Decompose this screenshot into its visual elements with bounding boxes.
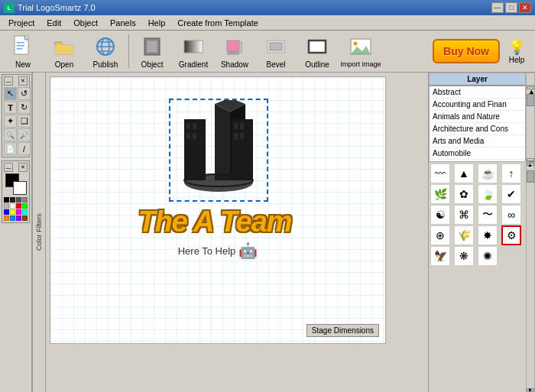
symbol-scroll-down[interactable]: ▼ <box>527 388 534 391</box>
symbol-cell[interactable]: 🌿 <box>430 184 450 204</box>
color-filters-panel[interactable]: Color Filters <box>32 73 46 392</box>
menu-panels[interactable]: Panels <box>104 17 142 29</box>
symbol-grid: 〰▲☕↑🌿✿🍃✔☯⌘〜∞⊕🌾✸⚙🦅❋✺ <box>430 164 524 266</box>
rotate-tool[interactable]: ↺ <box>18 87 31 100</box>
background-color[interactable] <box>13 181 27 195</box>
new-doc-tool[interactable]: 📄 <box>4 142 17 155</box>
symbol-cell[interactable]: ☯ <box>430 205 450 225</box>
import-image-button[interactable]: Import Image <box>339 32 383 70</box>
symbol-cell[interactable]: 🦅 <box>430 246 450 266</box>
logo-main-text[interactable]: The A Team <box>138 206 291 238</box>
select-tool[interactable]: ↖ <box>4 87 17 100</box>
color-panel-close[interactable]: ✕ <box>18 163 28 172</box>
symbol-cell[interactable]: ✺ <box>478 246 498 266</box>
right-scroll-top[interactable] <box>526 73 535 86</box>
symbol-cell[interactable]: ✿ <box>454 184 474 204</box>
help-button[interactable]: 💡 Help <box>501 39 532 64</box>
scroll-up-arrow[interactable]: ▲ <box>527 86 534 89</box>
symbol-cell[interactable]: 🍃 <box>478 184 498 204</box>
symbol-cell[interactable]: ⌘ <box>454 205 474 225</box>
copy-tool[interactable]: ❑ <box>18 115 31 128</box>
category-scrollbar[interactable]: ▲ ▼ <box>526 86 535 162</box>
mini-swatch[interactable] <box>22 215 28 221</box>
symbol-cell[interactable]: ✔ <box>501 184 521 204</box>
symbol-scroll-up[interactable]: ▲ <box>527 163 534 166</box>
object-button[interactable]: Object <box>132 32 172 70</box>
right-panel-header: Layer <box>429 73 535 86</box>
symbol-cell[interactable]: ✸ <box>478 225 498 245</box>
menu-object[interactable]: Object <box>67 17 104 29</box>
tool-panel-pin[interactable]: — <box>4 76 13 86</box>
zoom-in-tool[interactable]: 🔍 <box>4 128 17 141</box>
left-tools-panel: — ✕ ↖ ↺ T ↻ ✦ ❑ 🔍 🔎 📄 / — ✕ <box>0 73 32 392</box>
mini-swatch[interactable] <box>16 203 21 209</box>
outline-button[interactable]: Outline <box>297 32 337 70</box>
symbol-cell[interactable]: 🌾 <box>454 225 474 245</box>
tool-grid: ↖ ↺ T ↻ ✦ ❑ 🔍 🔎 📄 / <box>4 87 28 155</box>
object-icon <box>140 34 164 59</box>
color-panel-pin[interactable]: — <box>4 163 13 172</box>
mini-swatch[interactable] <box>4 215 9 221</box>
mini-swatch[interactable] <box>16 209 21 215</box>
publish-button[interactable]: Publish <box>86 32 125 70</box>
mini-swatch[interactable] <box>4 209 9 215</box>
symbol-cell[interactable]: ⊕ <box>430 225 450 245</box>
shadow-button[interactable]: Shadow <box>215 32 255 70</box>
menu-edit[interactable]: Edit <box>41 17 67 29</box>
bevel-button[interactable]: Bevel <box>256 32 296 70</box>
tool-panel-close[interactable]: ✕ <box>18 76 28 86</box>
symbol-cell[interactable]: ∞ <box>501 205 521 225</box>
open-button[interactable]: Open <box>44 32 84 70</box>
text-tool[interactable]: T <box>4 101 17 114</box>
symbol-scroll-thumb[interactable] <box>527 170 534 183</box>
symbol-cell[interactable]: 〰 <box>430 164 450 183</box>
line-tool[interactable]: / <box>18 142 31 155</box>
symbol-cell[interactable]: 〜 <box>478 205 498 225</box>
mini-swatch[interactable] <box>10 215 15 221</box>
menu-help[interactable]: Help <box>142 17 172 29</box>
outline-icon <box>305 34 329 59</box>
symbol-scrollbar[interactable]: ▲ ▼ <box>526 162 535 392</box>
gradient-button[interactable]: Gradient <box>173 32 213 70</box>
category-item[interactable]: Accounting and Finan <box>430 99 525 111</box>
mini-swatch[interactable] <box>10 197 15 202</box>
symbol-cell[interactable]: ▲ <box>454 164 474 183</box>
mini-swatch[interactable] <box>22 197 28 202</box>
scroll-thumb[interactable] <box>527 94 534 106</box>
stage-dimensions-label[interactable]: Stage Dimensions <box>306 324 379 337</box>
menu-project[interactable]: Project <box>2 17 41 29</box>
buy-now-button[interactable]: Buy Now <box>433 39 500 63</box>
maximize-button[interactable]: □ <box>505 2 517 13</box>
new-button[interactable]: New <box>3 32 43 70</box>
category-item[interactable]: Automobile <box>430 147 525 160</box>
symbol-cell[interactable]: ❋ <box>454 246 474 266</box>
layer-tab[interactable]: Layer <box>429 73 526 86</box>
mini-swatch[interactable] <box>16 215 21 221</box>
category-item[interactable]: Abstract <box>430 86 525 99</box>
mini-swatch[interactable] <box>4 203 9 209</box>
symbol-cell[interactable]: ↑ <box>501 164 521 183</box>
logo-sub-text[interactable]: Here To Help 🤖 <box>178 241 258 260</box>
symbol-cell[interactable]: ⚙ <box>501 225 521 245</box>
scroll-down-arrow[interactable]: ▼ <box>527 158 534 161</box>
redo-tool[interactable]: ↻ <box>18 101 31 114</box>
menu-create-template[interactable]: Create from Template <box>171 17 264 29</box>
effects-tool[interactable]: ✦ <box>4 115 17 128</box>
mini-swatch[interactable] <box>10 203 15 209</box>
zoom-out-tool[interactable]: 🔎 <box>18 128 31 141</box>
mini-swatch[interactable] <box>16 197 21 202</box>
svg-rect-27 <box>193 133 196 139</box>
svg-rect-18 <box>270 43 282 50</box>
mini-swatch[interactable] <box>22 209 28 215</box>
category-item[interactable]: Architecture and Cons <box>430 123 525 135</box>
category-item[interactable]: Animals and Nature <box>430 111 525 123</box>
minimize-button[interactable]: — <box>491 2 504 13</box>
canvas-scroll[interactable]: The A Team Here To Help 🤖 Stage Dimensio… <box>46 73 428 392</box>
category-item[interactable]: Arts and Media <box>430 135 525 147</box>
building-logo[interactable] <box>169 100 268 203</box>
mini-swatch[interactable] <box>10 209 15 215</box>
mini-swatch[interactable] <box>22 203 28 209</box>
mini-swatch[interactable] <box>4 197 9 202</box>
close-button[interactable]: ✕ <box>519 2 531 13</box>
symbol-cell[interactable]: ☕ <box>478 164 498 183</box>
